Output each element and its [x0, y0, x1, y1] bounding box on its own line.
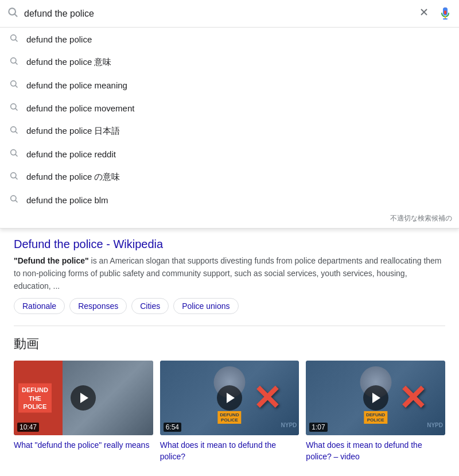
svg-line-23 — [15, 200, 17, 202]
section-divider — [14, 326, 445, 326]
play-button-2[interactable] — [217, 385, 242, 411]
suggestion-text: defund the police の意味 — [26, 172, 120, 183]
videos-grid: DEFUNDTHEPOLICE 10:47 What "defund the p… — [14, 361, 445, 462]
play-button-1[interactable] — [71, 385, 96, 411]
video-card-3[interactable]: DEFUNDPOLICE ✕ 1:07 NYPD What does it me… — [306, 361, 445, 462]
svg-line-17 — [15, 131, 17, 133]
wikipedia-links: RationaleResponsesCitiesPolice unions — [14, 298, 445, 314]
videos-section: 動画 DEFUNDTHEPOLICE 10:47 What "defund th… — [14, 335, 445, 462]
video-card-2[interactable]: DEFUNDPOLICE ✕ 6:54 NYPD What does it me… — [160, 361, 299, 462]
suggestion-search-icon — [9, 33, 18, 45]
suggestions-list: defund the police defund the police 意味 d… — [0, 28, 459, 211]
video1-duration: 10:47 — [17, 423, 39, 432]
search-icon — [7, 6, 18, 21]
play-button-3[interactable] — [363, 385, 388, 411]
suggestion-search-icon — [9, 194, 18, 206]
svg-rect-5 — [444, 7, 446, 11]
wikipedia-title[interactable]: Defund the police - Wikipedia — [14, 238, 445, 251]
video1-title[interactable]: What "defund the police" really means — [14, 440, 153, 451]
results-area: Defund the police - Wikipedia "Defund th… — [0, 229, 459, 472]
wiki-link-cities[interactable]: Cities — [131, 298, 169, 314]
search-bar-container: defund the police d — [0, 0, 459, 229]
video-thumbnail-3: DEFUNDPOLICE ✕ 1:07 NYPD — [306, 361, 445, 435]
suggestion-item-5[interactable]: defund the police 日本語 — [0, 119, 459, 142]
suggestion-text: defund the police movement — [26, 103, 134, 113]
suggestion-text: defund the police blm — [26, 195, 108, 205]
video-thumbnail-1: DEFUNDTHEPOLICE 10:47 — [14, 361, 153, 435]
suggestion-item-8[interactable]: defund the police blm — [0, 188, 459, 211]
video3-nypd: NYPD — [425, 421, 445, 429]
video2-duration: 6:54 — [164, 423, 181, 432]
svg-line-19 — [15, 154, 17, 156]
suggestion-item-6[interactable]: defund the police reddit — [0, 142, 459, 165]
suggestion-text: defund the police meaning — [26, 80, 127, 90]
video3-duration: 1:07 — [309, 423, 327, 432]
wiki-link-responses[interactable]: Responses — [69, 298, 127, 314]
wikipedia-description: "Defund the police" is an American sloga… — [14, 254, 445, 292]
svg-line-1 — [15, 14, 17, 17]
svg-line-9 — [15, 40, 17, 41]
search-input[interactable]: defund the police — [24, 9, 414, 19]
suggestion-item-7[interactable]: defund the police の意味 — [0, 165, 459, 188]
suggestion-search-icon — [9, 171, 18, 183]
wiki-bold-text: "Defund the police" — [14, 256, 89, 265]
suggestion-search-icon — [9, 102, 18, 114]
video2-title[interactable]: What does it mean to defund the police? — [160, 440, 299, 462]
suggestion-search-icon — [9, 125, 18, 137]
video3-title[interactable]: What does it mean to defund the police? … — [306, 440, 445, 462]
video1-sign: DEFUNDTHEPOLICE — [18, 384, 52, 413]
suggestion-search-icon — [9, 79, 18, 91]
wiki-link-rationale[interactable]: Rationale — [14, 298, 65, 314]
suggestion-search-icon — [9, 56, 18, 68]
suggestion-text: defund the police — [26, 34, 92, 44]
wiki-link-police-unions[interactable]: Police unions — [173, 298, 238, 314]
svg-line-11 — [15, 63, 17, 64]
suggestion-item-4[interactable]: defund the police movement — [0, 96, 459, 119]
clear-search-button[interactable] — [414, 5, 434, 22]
report-link[interactable]: 不適切な検索候補の — [0, 211, 459, 228]
suggestion-item-3[interactable]: defund the police meaning — [0, 73, 459, 96]
video-card-1[interactable]: DEFUNDTHEPOLICE 10:47 What "defund the p… — [14, 361, 153, 462]
wikipedia-result: Defund the police - Wikipedia "Defund th… — [14, 238, 445, 314]
suggestion-text: defund the police 意味 — [26, 57, 111, 68]
suggestion-search-icon — [9, 148, 18, 160]
search-input-row: defund the police — [0, 0, 459, 28]
svg-line-21 — [15, 177, 17, 179]
suggestion-item-2[interactable]: defund the police 意味 — [0, 51, 459, 73]
videos-heading: 動画 — [14, 335, 445, 353]
svg-line-13 — [15, 86, 17, 87]
suggestion-text: defund the police 日本語 — [26, 126, 120, 137]
suggestion-text: defund the police reddit — [26, 149, 116, 159]
svg-line-15 — [15, 109, 17, 110]
video2-nypd: NYPD — [279, 421, 299, 429]
video-thumbnail-2: DEFUNDPOLICE ✕ 6:54 NYPD — [160, 361, 299, 435]
suggestion-item-1[interactable]: defund the police — [0, 28, 459, 51]
voice-search-icon[interactable] — [438, 7, 452, 21]
